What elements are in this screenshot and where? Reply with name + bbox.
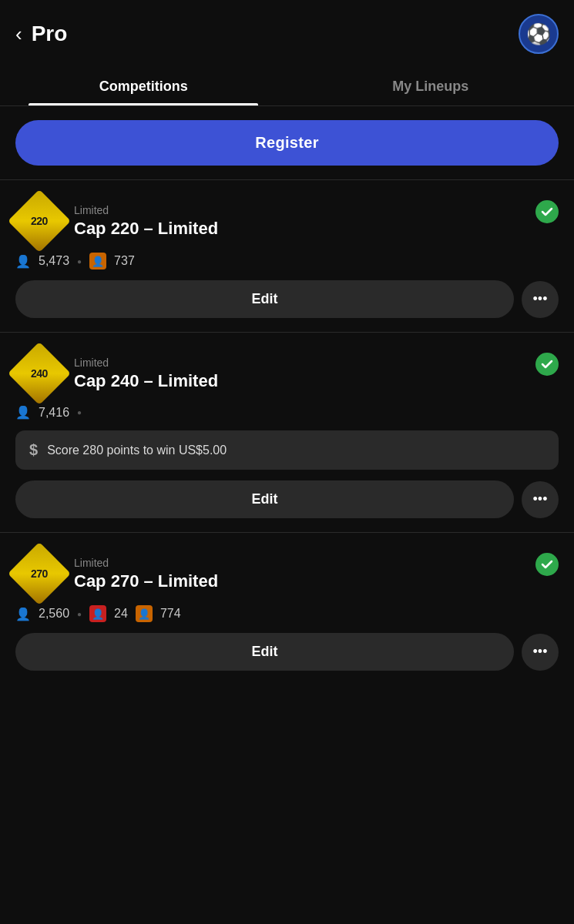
- comp-type-cap270: Limited: [74, 557, 218, 569]
- edit-button-cap240[interactable]: Edit: [15, 480, 514, 518]
- registered-check-cap220: [535, 200, 559, 223]
- diamond-number-240: 240: [31, 367, 48, 380]
- orange-count-cap220: 737: [114, 254, 135, 268]
- person-icon-cap220: 👤: [15, 254, 31, 269]
- tab-my-lineups[interactable]: My Lineups: [287, 65, 575, 105]
- prize-text-cap240: Score 280 points to win US$5.00: [47, 444, 227, 457]
- person-icon-cap240: 👤: [15, 405, 31, 420]
- diamond-badge-240: 240: [15, 350, 63, 397]
- comp-header-left-cap220: 220 Limited Cap 220 – Limited: [15, 197, 218, 245]
- dollar-icon-cap240: $: [29, 441, 38, 459]
- more-dots-cap270: •••: [533, 644, 548, 660]
- diamond-badge-270: 270: [15, 550, 63, 598]
- stat-dot-cap220: ●: [77, 257, 82, 266]
- orange-icon: 👤: [92, 256, 104, 267]
- check-svg-270: [541, 558, 553, 571]
- register-button[interactable]: Register: [15, 120, 559, 166]
- edit-row-cap220: Edit •••: [15, 280, 559, 318]
- edit-button-cap270[interactable]: Edit: [15, 633, 514, 671]
- comp-name-cap270: Cap 270 – Limited: [74, 571, 218, 591]
- more-button-cap240[interactable]: •••: [522, 481, 559, 518]
- check-svg: [541, 206, 553, 218]
- comp-header-left-cap270: 270 Limited Cap 270 – Limited: [15, 550, 218, 598]
- stat-dot-1-cap270: ●: [77, 610, 82, 618]
- diamond-shape-220: 220: [8, 189, 71, 253]
- check-svg-240: [541, 358, 553, 370]
- comp-header-cap220: 220 Limited Cap 220 – Limited: [15, 197, 559, 245]
- diamond-number-270: 270: [31, 567, 48, 580]
- avatar[interactable]: ⚽: [519, 14, 559, 54]
- comp-header-cap270: 270 Limited Cap 270 – Limited: [15, 550, 559, 598]
- prize-banner-cap240: $ Score 280 points to win US$5.00: [15, 430, 559, 470]
- orange-badge-cap270: 👤: [136, 605, 153, 622]
- competition-card-cap220: 220 Limited Cap 220 – Limited 👤 5,473 ● …: [0, 180, 574, 332]
- comp-type-cap220: Limited: [74, 204, 218, 216]
- register-section: Register: [0, 106, 574, 179]
- comp-stats-cap240: 👤 7,416 ●: [15, 405, 559, 420]
- registered-check-cap240: [535, 353, 559, 376]
- competition-card-cap240: 240 Limited Cap 240 – Limited 👤 7,416 ● …: [0, 333, 574, 532]
- person-icon-cap270: 👤: [15, 607, 31, 621]
- comp-header-left-cap240: 240 Limited Cap 240 – Limited: [15, 350, 218, 397]
- stat-dot-cap240: ●: [77, 408, 82, 417]
- comp-info-cap240: Limited Cap 240 – Limited: [74, 357, 218, 391]
- more-button-cap220[interactable]: •••: [522, 281, 559, 318]
- comp-stats-cap270: 👤 2,560 ● 👤 24 👤 774: [15, 605, 559, 622]
- red-count-cap270: 24: [114, 607, 128, 621]
- orange-count-cap270: 774: [160, 607, 181, 621]
- diamond-number-220: 220: [31, 215, 48, 227]
- comp-type-cap240: Limited: [74, 357, 218, 369]
- red-icon: 👤: [92, 608, 104, 620]
- comp-info-cap220: Limited Cap 220 – Limited: [74, 204, 218, 239]
- orange-icon-270: 👤: [138, 608, 150, 620]
- participant-count-cap220: 5,473: [39, 254, 69, 268]
- registered-check-cap270: [535, 553, 559, 576]
- more-dots-cap220: •••: [533, 291, 548, 307]
- diamond-shape-240: 240: [8, 342, 71, 405]
- diamond-shape-270: 270: [8, 542, 71, 605]
- back-button[interactable]: ‹: [15, 22, 22, 46]
- diamond-badge-220: 220: [15, 197, 63, 245]
- comp-stats-cap220: 👤 5,473 ● 👤 737: [15, 253, 559, 270]
- comp-name-cap220: Cap 220 – Limited: [74, 219, 218, 239]
- header-left: ‹ Pro: [15, 22, 67, 46]
- edit-button-cap220[interactable]: Edit: [15, 280, 514, 318]
- edit-row-cap240: Edit •••: [15, 480, 559, 518]
- orange-badge-cap220: 👤: [89, 253, 106, 270]
- comp-info-cap270: Limited Cap 270 – Limited: [74, 557, 218, 591]
- more-button-cap270[interactable]: •••: [522, 634, 559, 671]
- comp-header-cap240: 240 Limited Cap 240 – Limited: [15, 350, 559, 397]
- participant-count-cap240: 7,416: [39, 406, 69, 420]
- page-title: Pro: [32, 22, 68, 46]
- avatar-icon: ⚽: [526, 22, 551, 46]
- participant-count-cap270: 2,560: [39, 607, 69, 621]
- header: ‹ Pro ⚽: [0, 0, 574, 65]
- more-dots-cap240: •••: [533, 491, 548, 507]
- tab-competitions[interactable]: Competitions: [0, 65, 287, 105]
- red-badge-cap270: 👤: [89, 605, 106, 622]
- edit-row-cap270: Edit •••: [15, 633, 559, 671]
- competition-card-cap270: 270 Limited Cap 270 – Limited 👤 2,560 ● …: [0, 533, 574, 685]
- comp-name-cap240: Cap 240 – Limited: [74, 371, 218, 391]
- tab-bar: Competitions My Lineups: [0, 65, 574, 106]
